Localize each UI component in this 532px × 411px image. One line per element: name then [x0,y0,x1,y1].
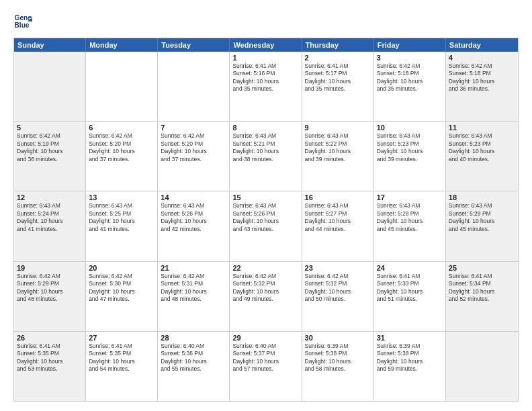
calendar: SundayMondayTuesdayWednesdayThursdayFrid… [13,38,519,402]
calendar-cell: 29Sunrise: 6:40 AM Sunset: 5:37 PM Dayli… [230,332,302,401]
day-number: 15 [232,193,298,201]
calendar-cell: 12Sunrise: 6:43 AM Sunset: 5:24 PM Dayli… [14,191,86,261]
day-info: Sunrise: 6:42 AM Sunset: 5:18 PM Dayligh… [449,62,515,93]
day-number: 6 [89,124,154,132]
day-info: Sunrise: 6:43 AM Sunset: 5:24 PM Dayligh… [17,202,83,233]
calendar-cell: 30Sunrise: 6:39 AM Sunset: 5:38 PM Dayli… [302,332,374,401]
header-day-saturday: Saturday [446,38,518,52]
calendar-cell: 21Sunrise: 6:42 AM Sunset: 5:31 PM Dayli… [158,262,230,331]
calendar-cell: 6Sunrise: 6:42 AM Sunset: 5:20 PM Daylig… [86,122,158,191]
day-info: Sunrise: 6:42 AM Sunset: 5:20 PM Dayligh… [89,132,154,163]
day-info: Sunrise: 6:39 AM Sunset: 5:38 PM Dayligh… [377,342,443,373]
day-info: Sunrise: 6:42 AM Sunset: 5:32 PM Dayligh… [305,273,371,304]
day-info: Sunrise: 6:39 AM Sunset: 5:38 PM Dayligh… [305,342,371,373]
day-number: 10 [377,124,443,132]
calendar-body: 1Sunrise: 6:41 AM Sunset: 5:16 PM Daylig… [14,52,518,401]
calendar-cell: 16Sunrise: 6:43 AM Sunset: 5:27 PM Dayli… [302,191,374,261]
day-info: Sunrise: 6:41 AM Sunset: 5:35 PM Dayligh… [89,342,154,373]
calendar-cell [14,52,86,121]
day-number: 14 [161,193,226,201]
day-number: 18 [449,193,515,201]
day-info: Sunrise: 6:42 AM Sunset: 5:31 PM Dayligh… [161,273,226,304]
calendar-cell: 17Sunrise: 6:43 AM Sunset: 5:28 PM Dayli… [374,191,446,261]
day-number: 26 [17,334,83,342]
day-info: Sunrise: 6:43 AM Sunset: 5:26 PM Dayligh… [161,202,226,233]
day-number: 28 [161,334,226,342]
day-info: Sunrise: 6:42 AM Sunset: 5:19 PM Dayligh… [17,132,83,163]
day-number: 7 [161,124,226,132]
day-info: Sunrise: 6:43 AM Sunset: 5:26 PM Dayligh… [232,202,298,233]
day-number: 11 [449,124,515,132]
calendar-cell: 28Sunrise: 6:40 AM Sunset: 5:36 PM Dayli… [158,332,230,401]
day-info: Sunrise: 6:41 AM Sunset: 5:34 PM Dayligh… [449,273,515,304]
calendar-row-3: 12Sunrise: 6:43 AM Sunset: 5:24 PM Dayli… [14,191,518,261]
calendar-cell: 20Sunrise: 6:42 AM Sunset: 5:30 PM Dayli… [86,262,158,331]
day-info: Sunrise: 6:43 AM Sunset: 5:23 PM Dayligh… [377,132,443,163]
calendar-header-row: SundayMondayTuesdayWednesdayThursdayFrid… [14,38,518,52]
header: General Blue [13,12,519,31]
logo: General Blue [13,12,35,31]
day-number: 2 [305,54,371,62]
day-number: 16 [305,193,371,201]
calendar-cell: 13Sunrise: 6:43 AM Sunset: 5:25 PM Dayli… [86,191,158,261]
calendar-cell: 18Sunrise: 6:43 AM Sunset: 5:29 PM Dayli… [446,191,518,261]
calendar-cell [86,52,158,121]
calendar-cell: 26Sunrise: 6:41 AM Sunset: 5:35 PM Dayli… [14,332,86,401]
day-number: 3 [377,54,443,62]
day-number: 31 [377,334,443,342]
day-number: 23 [305,264,371,272]
header-day-tuesday: Tuesday [158,38,230,52]
header-day-friday: Friday [374,38,446,52]
day-info: Sunrise: 6:41 AM Sunset: 5:16 PM Dayligh… [232,62,298,93]
day-number: 12 [17,193,83,201]
calendar-cell: 19Sunrise: 6:42 AM Sunset: 5:29 PM Dayli… [14,262,86,331]
calendar-cell: 23Sunrise: 6:42 AM Sunset: 5:32 PM Dayli… [302,262,374,331]
header-day-sunday: Sunday [14,38,86,52]
calendar-row-2: 5Sunrise: 6:42 AM Sunset: 5:19 PM Daylig… [14,121,518,191]
calendar-cell: 1Sunrise: 6:41 AM Sunset: 5:16 PM Daylig… [230,52,302,121]
calendar-cell: 5Sunrise: 6:42 AM Sunset: 5:19 PM Daylig… [14,122,86,191]
calendar-cell: 22Sunrise: 6:42 AM Sunset: 5:32 PM Dayli… [230,262,302,331]
day-number: 20 [89,264,154,272]
calendar-cell: 4Sunrise: 6:42 AM Sunset: 5:18 PM Daylig… [446,52,518,121]
logo-icon: General Blue [13,12,32,31]
calendar-cell: 27Sunrise: 6:41 AM Sunset: 5:35 PM Dayli… [86,332,158,401]
day-info: Sunrise: 6:43 AM Sunset: 5:28 PM Dayligh… [377,202,443,233]
day-number: 13 [89,193,154,201]
day-number: 21 [161,264,226,272]
calendar-cell: 8Sunrise: 6:43 AM Sunset: 5:21 PM Daylig… [230,122,302,191]
day-info: Sunrise: 6:41 AM Sunset: 5:33 PM Dayligh… [377,273,443,304]
calendar-row-1: 1Sunrise: 6:41 AM Sunset: 5:16 PM Daylig… [14,52,518,121]
day-number: 17 [377,193,443,201]
calendar-cell: 25Sunrise: 6:41 AM Sunset: 5:34 PM Dayli… [446,262,518,331]
calendar-row-4: 19Sunrise: 6:42 AM Sunset: 5:29 PM Dayli… [14,261,518,331]
day-number: 24 [377,264,443,272]
day-info: Sunrise: 6:41 AM Sunset: 5:35 PM Dayligh… [17,342,83,373]
day-number: 29 [232,334,298,342]
day-number: 25 [449,264,515,272]
day-info: Sunrise: 6:42 AM Sunset: 5:32 PM Dayligh… [232,273,298,304]
day-number: 22 [232,264,298,272]
calendar-cell: 10Sunrise: 6:43 AM Sunset: 5:23 PM Dayli… [374,122,446,191]
day-number: 27 [89,334,154,342]
calendar-cell: 11Sunrise: 6:43 AM Sunset: 5:23 PM Dayli… [446,122,518,191]
calendar-cell: 3Sunrise: 6:42 AM Sunset: 5:18 PM Daylig… [374,52,446,121]
calendar-cell: 9Sunrise: 6:43 AM Sunset: 5:22 PM Daylig… [302,122,374,191]
day-info: Sunrise: 6:43 AM Sunset: 5:25 PM Dayligh… [89,202,154,233]
day-info: Sunrise: 6:40 AM Sunset: 5:37 PM Dayligh… [232,342,298,373]
calendar-row-5: 26Sunrise: 6:41 AM Sunset: 5:35 PM Dayli… [14,331,518,401]
day-info: Sunrise: 6:42 AM Sunset: 5:20 PM Dayligh… [161,132,226,163]
day-info: Sunrise: 6:43 AM Sunset: 5:22 PM Dayligh… [305,132,371,163]
day-info: Sunrise: 6:43 AM Sunset: 5:23 PM Dayligh… [449,132,515,163]
calendar-cell: 14Sunrise: 6:43 AM Sunset: 5:26 PM Dayli… [158,191,230,261]
day-number: 30 [305,334,371,342]
day-number: 5 [17,124,83,132]
day-number: 1 [232,54,298,62]
svg-text:Blue: Blue [15,21,30,29]
day-info: Sunrise: 6:40 AM Sunset: 5:36 PM Dayligh… [161,342,226,373]
day-number: 8 [232,124,298,132]
day-info: Sunrise: 6:43 AM Sunset: 5:21 PM Dayligh… [232,132,298,163]
day-number: 4 [449,54,515,62]
calendar-cell: 7Sunrise: 6:42 AM Sunset: 5:20 PM Daylig… [158,122,230,191]
day-info: Sunrise: 6:42 AM Sunset: 5:18 PM Dayligh… [377,62,443,93]
